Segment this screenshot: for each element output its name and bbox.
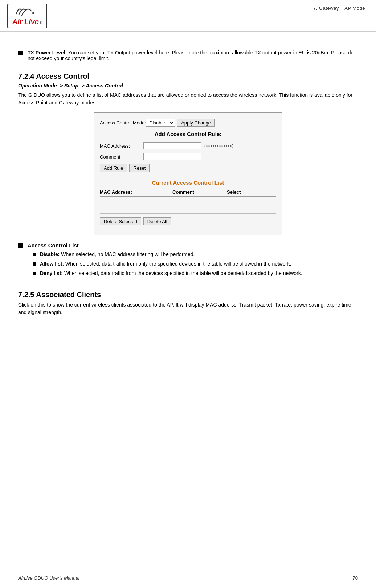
table-body-empty [100,199,276,210]
panel-divider [100,176,276,176]
col-mac-header: MAC Address: [100,189,172,195]
footer-page: 70 [353,575,358,581]
acl-deny-text: Deny list: When selected, data traffic f… [40,270,302,276]
acl-deny-term: Deny list: [40,270,63,276]
main-content: TX Power Level: You can set your TX Outp… [0,32,376,337]
tx-power-body: You can set your TX Output power level h… [28,50,353,61]
current-list-title: Current Access Control List [100,180,276,186]
add-rule-button[interactable]: Add Rule [100,164,127,172]
acl-item-disable: Disable: When selected, no MAC address f… [33,251,302,257]
apply-change-button[interactable]: Apply Change [177,119,215,127]
delete-selected-button[interactable]: Delete Selected [100,217,141,225]
section-725-title: 7.2.5 Associated Clients [18,291,358,299]
logo-box: Air Live ® [7,4,47,28]
logo-signal-icon [15,6,40,18]
col-comment-header: Comment [172,189,227,195]
acl-heading: Access Control List [28,242,79,248]
logo-brand: Air Live [12,18,39,26]
logo-area: Air Live ® [7,4,47,28]
section-724-title: 7.2.4 Access Control [18,72,358,81]
acl-deny-body: When selected, data traffic from the dev… [64,270,302,276]
table-header-row: MAC Address: Comment Select [100,189,276,197]
mode-select[interactable]: Disable [146,119,175,127]
delete-all-button[interactable]: Delete All [143,217,171,225]
section-724-description: The G.DUO allows you to define a list of… [18,91,358,107]
acl-item-deny: Deny list: When selected, data traffic f… [33,270,302,276]
footer-left: AirLive GDUO User's Manual [18,575,79,581]
acl-allow-term: Allow list: [40,261,64,267]
mode-label: Access Control Mode: [100,120,146,126]
add-rule-title: Add Access Control Rule: [100,131,276,137]
svg-point-0 [32,12,34,14]
acl-sub-list: Disable: When selected, no MAC address f… [33,251,302,280]
acl-allow-text: Allow list: When selected, data traffic … [40,261,291,267]
page-header: Air Live ® 7. Gateway + AP Mode [0,0,376,32]
delete-buttons-row: Delete Selected Delete All [100,217,276,225]
logo-registered: ® [40,21,42,25]
access-control-panel: Access Control Mode: Disable Apply Chang… [94,112,282,235]
bullet-icon [18,51,23,55]
page-footer: AirLive GDUO User's Manual 70 [0,573,376,581]
mac-address-row: MAC Address: (xxxxxxxxxxxx) [100,142,276,149]
acl-item-allow: Allow list: When selected, data traffic … [33,261,302,267]
chapter-label: 7. Gateway + AP Mode [313,4,365,11]
section-724-subheading: Operation Mode -> Setup -> Access Contro… [18,83,358,89]
mode-row: Access Control Mode: Disable Apply Chang… [100,119,276,127]
acl-disable-text: Disable: When selected, no MAC address f… [40,251,195,257]
access-control-list-section: Access Control List Disable: When select… [18,242,358,280]
tx-power-section: TX Power Level: You can set your TX Outp… [18,50,358,61]
acl-disable-body: When selected, no MAC address filtering … [61,251,195,257]
comment-row: Comment [100,153,276,160]
reset-button[interactable]: Reset [129,164,150,172]
col-select-header: Select [227,189,241,195]
rule-buttons-row: Add Rule Reset [100,164,276,172]
comment-label: Comment [100,154,143,160]
panel-divider-2 [100,213,276,214]
acl-disable-bullet [33,253,36,256]
acl-bullet-icon [18,243,23,248]
acl-allow-body: When selected, data traffic from only th… [65,261,291,267]
section-725-description: Click on this to show the current wirele… [18,301,358,316]
mac-input[interactable] [143,142,201,149]
mac-label: MAC Address: [100,143,143,149]
mac-hint: (xxxxxxxxxxxx) [204,143,233,148]
tx-power-label: TX Power Level: [28,50,67,55]
acl-allow-bullet [33,262,36,266]
comment-input[interactable] [143,153,201,160]
tx-power-text: TX Power Level: You can set your TX Outp… [28,50,358,61]
acl-deny-bullet [33,272,36,275]
acl-disable-term: Disable: [40,251,60,257]
